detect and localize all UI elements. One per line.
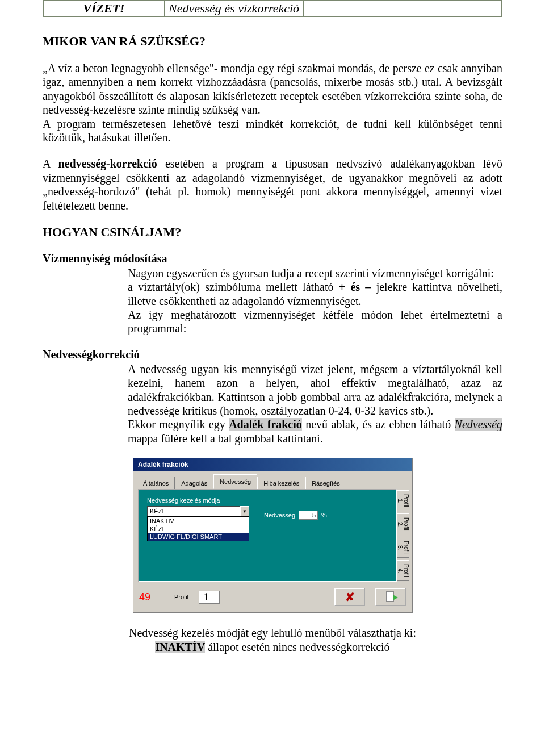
dialog-bottom-bar: 49 Profil 1 ✘ [133, 582, 412, 612]
profile-3-button[interactable]: Profil 3. [397, 537, 409, 558]
cancel-button[interactable]: ✘ [334, 588, 365, 606]
profile-1-button[interactable]: Profil 1. [397, 490, 409, 511]
tab-nedvesseg[interactable]: Nedvesség [213, 474, 257, 489]
footer-text: Nedvesség kezelés módját egy lehulló men… [43, 626, 502, 654]
paragraph-1: „A víz a beton legnagyobb ellensége"- mo… [43, 61, 502, 144]
mode-combo[interactable]: KÉZI ▼ [147, 506, 249, 516]
mode-combo-value: KÉZI [147, 506, 240, 516]
save-button[interactable] [375, 588, 406, 606]
section-vizmennyiseg-title: Vízmennyiség módosítása [43, 252, 502, 265]
profile-sidebar: Profil 1. Profil 2. Profil 3. Profil 4. [397, 489, 412, 582]
paragraph-2: A nedvesség-korrekció esetében a program… [43, 157, 502, 212]
section-nedvesseg-body: A nedvesség ugyan kis mennyiségű vizet j… [43, 362, 502, 445]
profile-2-button[interactable]: Profil 2. [397, 513, 409, 534]
option-ludwig[interactable]: LUDWIG FL/DIGI SMART [148, 533, 249, 541]
close-icon: ✘ [345, 590, 355, 604]
section-nedvesseg-title: Nedvességkorrekció [43, 348, 502, 361]
dialog-tabs: Általános Adagolás Nedvesség Hiba kezelé… [133, 471, 412, 489]
profil-label: Profil [174, 594, 188, 600]
tab-altalanos[interactable]: Általános [137, 477, 175, 490]
nedvesseg-field: Nedvesség 5 % [264, 511, 327, 520]
heading-hogyan: HOGYAN CSINÁLJAM? [43, 225, 502, 240]
header-cell-left: VÍZET! [44, 1, 165, 16]
tab-hibakezeles[interactable]: Hiba kezelés [257, 477, 305, 490]
heading-mikor: MIKOR VAN RÁ SZÜKSÉG? [43, 34, 502, 49]
mode-dropdown[interactable]: INAKTIV KÉZI LUDWIG FL/DIGI SMART [147, 516, 249, 541]
header-cell-right: Nedvesség és vízkorrekció [165, 1, 304, 16]
tab-rasegites[interactable]: Rásegítés [305, 477, 346, 490]
profile-4-button[interactable]: Profil 4. [397, 560, 409, 581]
dialog-adalek-frakciok: Adalék frakciók Általános Adagolás Nedve… [133, 458, 412, 612]
dialog-main-panel: Nedvesség kezelés módja KÉZI ▼ INAKTIV K… [138, 489, 397, 582]
document-arrow-icon [385, 591, 396, 603]
option-inaktiv[interactable]: INAKTIV [148, 517, 249, 525]
tab-adagolas[interactable]: Adagolás [175, 477, 213, 490]
bottom-number: 49 [139, 591, 164, 603]
profil-value[interactable]: 1 [199, 591, 220, 604]
dialog-titlebar: Adalék frakciók [133, 458, 412, 471]
nedvesseg-value[interactable]: 5 [299, 511, 318, 520]
section-vizmennyiseg-body: Nagyon egyszerűen és gyorsan tudja a rec… [43, 266, 502, 336]
group-label: Nedvesség kezelés módja [147, 497, 385, 504]
header-table: VÍZET! Nedvesség és vízkorrekció [43, 0, 502, 17]
chevron-down-icon[interactable]: ▼ [240, 506, 249, 516]
option-kezi[interactable]: KÉZI [148, 525, 249, 533]
